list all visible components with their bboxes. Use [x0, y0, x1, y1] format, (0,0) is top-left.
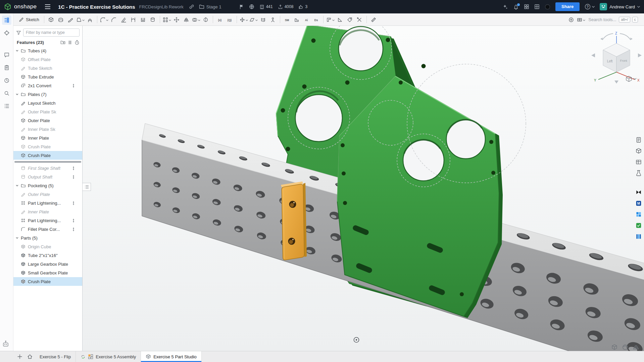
feature-item-offset-plate[interactable]: Offset Plate [13, 55, 82, 64]
helix-button[interactable] [258, 15, 268, 24]
feature-item-tube-extrude[interactable]: Tube Extrude [13, 72, 82, 81]
feature-item-outer-plate-sk[interactable]: Outer Plate Sk [13, 107, 82, 116]
feature-item-large-gearbox-plate[interactable]: Large Gearbox Plate [13, 260, 82, 268]
user-menu[interactable]: Andrew Card [600, 3, 640, 10]
feature-item-first-stage-shaft[interactable]: First Stage Shaft [13, 164, 82, 172]
notifications-icon[interactable] [513, 4, 519, 10]
document-location[interactable]: Stage 1 [199, 4, 221, 9]
extrude-button[interactable] [46, 15, 56, 24]
mirror-button[interactable] [182, 15, 191, 24]
feature-item-tube-sketch[interactable]: Tube Sketch [13, 64, 82, 72]
feature-item-crush-plate[interactable]: Crush Plate [13, 142, 82, 151]
layout-grid-icon[interactable] [534, 4, 540, 9]
feature-item-outer-plate[interactable]: Outer Plate [13, 190, 82, 199]
comments-button[interactable] [2, 50, 11, 60]
share-button[interactable]: Share [555, 2, 580, 11]
circular-pattern-button[interactable] [172, 15, 182, 24]
new-folder-icon[interactable] [60, 40, 65, 45]
chevron-down-icon[interactable] [15, 184, 21, 187]
frame-button[interactable] [326, 15, 335, 24]
insert-custom-feature-button[interactable] [566, 15, 576, 24]
panel-columns-button[interactable] [635, 233, 642, 240]
variable-studio-reference-button[interactable]: (Q) [225, 15, 235, 24]
gusset-button[interactable] [335, 15, 345, 24]
panel-m-button[interactable]: M [635, 200, 642, 207]
rib-button[interactable] [129, 15, 138, 24]
sheet-metal-model-button[interactable]: SM [282, 15, 292, 24]
plane-button[interactable] [249, 15, 258, 24]
grid-floor-icon[interactable] [633, 344, 639, 351]
thicken-button[interactable] [85, 15, 95, 24]
stat-likes[interactable]: 3 [298, 4, 307, 9]
loft-button[interactable] [76, 15, 85, 24]
draft-button[interactable] [119, 15, 129, 24]
tag-profile-button[interactable] [345, 15, 355, 24]
feature-item-inner-plate[interactable]: Inner Plate [13, 207, 82, 216]
feature-item-2x1-convert[interactable]: 2x1 Convert [13, 81, 82, 90]
performance-timer-icon[interactable] [75, 40, 80, 45]
feature-item-fillet-plate-cor[interactable]: Fillet Plate Cor... [13, 225, 82, 234]
sweep-button[interactable] [66, 15, 76, 24]
chamfer-button[interactable] [109, 15, 119, 24]
model-viewport[interactable]: Left Front X Y Z M [83, 26, 644, 351]
panel-lab-button[interactable] [635, 170, 642, 176]
apps-grid-icon[interactable] [524, 4, 529, 9]
design-studio-button[interactable]: Ds [311, 15, 321, 24]
flange-button[interactable] [292, 15, 302, 24]
feature-item-origin-cube[interactable]: Origin Cube [13, 242, 82, 251]
feature-item-layout-sketch[interactable]: Layout Sketch [13, 99, 82, 107]
panel-sheets-button[interactable] [635, 222, 642, 229]
filter-icon[interactable] [16, 30, 21, 35]
assistant-robot-icon[interactable] [2, 340, 9, 349]
insert-item-button[interactable] [2, 28, 11, 38]
transform-button[interactable] [239, 15, 249, 24]
panel-flow-button[interactable] [635, 189, 642, 196]
filter-input[interactable] [23, 29, 80, 37]
boolean-button[interactable] [191, 15, 201, 24]
panel-doc-button[interactable] [635, 137, 642, 143]
feature-folder-pocketing-5[interactable]: Pocketing (5) [13, 181, 82, 190]
feature-item-part-lightening[interactable]: Part Lightening... [13, 199, 82, 207]
shell-button[interactable] [138, 15, 148, 24]
feature-list-flyout-handle[interactable] [83, 183, 91, 191]
copy-link-icon[interactable] [189, 4, 194, 9]
feature-folder-plates-7[interactable]: Plates (7) [13, 90, 82, 99]
suppress-icon[interactable] [68, 40, 72, 45]
search-tools[interactable]: Search tools... alt+/ c [588, 17, 638, 22]
feature-item-output-shaft[interactable]: Output Shaft [13, 172, 82, 181]
feature-folder-tubes-4[interactable]: Tubes (4) [13, 46, 82, 55]
chevron-down-icon[interactable] [15, 49, 21, 52]
tab-exercise-5-assembly[interactable]: Exercise 5 Assembly [76, 351, 141, 362]
sketch-button[interactable]: Sketch [16, 16, 42, 23]
crush-plate-part[interactable] [281, 182, 307, 260]
feature-item-crush-plate[interactable]: Crush Plate [13, 151, 82, 160]
split-button[interactable] [201, 15, 211, 24]
feature-item-inner-plate-sk[interactable]: Inner Plate Sk [13, 125, 82, 134]
new-tab-button[interactable] [15, 351, 25, 362]
notes-button[interactable] [2, 63, 11, 72]
chevron-down-icon[interactable] [15, 236, 21, 240]
feature-item-small-gearbox-plate[interactable]: Small Gearbox Plate [13, 268, 82, 277]
flag-icon[interactable] [239, 4, 244, 9]
variable-button[interactable]: (x) [215, 15, 225, 24]
panel-grid-button[interactable] [635, 211, 642, 218]
ai-tool-button[interactable]: Ai [302, 15, 311, 24]
feature-item-part-lightening[interactable]: Part Lightening... [13, 216, 82, 225]
ai-assistant-icon[interactable] [502, 4, 508, 10]
feature-list-toggle-button[interactable] [2, 15, 11, 25]
section-view-icon[interactable] [611, 344, 618, 351]
help-menu[interactable]: ? [585, 4, 595, 10]
search-panel-button[interactable] [2, 89, 11, 98]
measure-button[interactable] [369, 15, 379, 24]
versions-history-button[interactable] [2, 76, 11, 85]
onshape-logo-icon[interactable] [4, 3, 11, 10]
chevron-down-icon[interactable] [15, 93, 21, 96]
trim-button[interactable] [355, 15, 364, 24]
rollback-bar[interactable] [13, 160, 82, 164]
section-parts-5[interactable]: Parts (5) [13, 234, 82, 242]
feature-item-outer-plate[interactable]: Outer Plate [13, 116, 82, 125]
tab-exercise-5-part-studio[interactable]: Exercise 5 Part Studio [141, 351, 202, 362]
display-options-button[interactable] [576, 15, 586, 24]
hole-button[interactable] [148, 15, 158, 24]
fillet-button[interactable] [99, 15, 109, 24]
